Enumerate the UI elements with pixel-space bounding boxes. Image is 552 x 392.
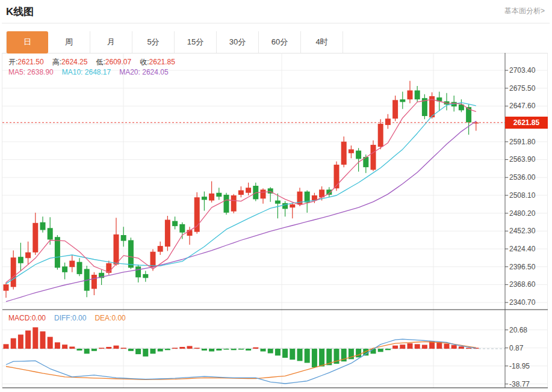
price-axis-label: 2591.80 xyxy=(509,138,545,146)
ma20-label: MA20: xyxy=(119,68,140,76)
price-axis-label: 2340.70 xyxy=(509,298,545,307)
price-axis-label: 2536.00 xyxy=(509,173,545,182)
macd-axis-label: 20.68 xyxy=(509,326,545,334)
price-axis-label: 2563.90 xyxy=(509,155,545,164)
dea-label: DEA: xyxy=(95,314,111,322)
ohlc-info-row: 开:2621.50 高:2624.25 低:2609.07 收:2621.85 xyxy=(8,57,175,67)
tab-60分[interactable]: 60分 xyxy=(259,31,301,53)
close-value: 2621.85 xyxy=(149,58,175,66)
current-price-badge: 2621.85 xyxy=(505,117,548,129)
ma5-label: MA5: xyxy=(8,68,25,76)
tab-日[interactable]: 日 xyxy=(6,31,48,54)
macd-label: MACD: xyxy=(8,314,32,322)
ma-info-row: MA5: 2638.90 MA10: 2648.17 MA20: 2624.05 xyxy=(8,68,169,76)
ma20-value: 2624.05 xyxy=(142,68,168,76)
macd-axis-label: -38.77 xyxy=(509,380,545,388)
ma10-value: 2648.17 xyxy=(85,68,111,76)
ma10-label: MA10: xyxy=(62,68,83,76)
price-axis-label: 2480.20 xyxy=(509,209,545,218)
tab-30分[interactable]: 30分 xyxy=(217,31,259,53)
price-axis-label: 2508.10 xyxy=(509,191,545,200)
diff-label: DIFF: xyxy=(54,314,72,322)
price-axis-label: 2424.40 xyxy=(509,245,545,253)
ma5-value: 2638.90 xyxy=(27,68,53,76)
open-label: 开: xyxy=(8,58,17,66)
timeframe-tab-bar: 日周月5分15分30分60分4时 xyxy=(6,31,343,53)
tab-周[interactable]: 周 xyxy=(48,31,90,53)
price-axis-label: 2703.40 xyxy=(509,66,545,75)
macd-axis-label: 0.87 xyxy=(509,344,545,352)
macd-legend-row: MACD:0.00 DIFF:0.00 DEA:0.00 xyxy=(8,314,126,322)
open-value: 2621.50 xyxy=(17,58,43,66)
diff-value: 0.00 xyxy=(72,314,86,322)
price-axis-label: 2368.60 xyxy=(509,280,545,289)
price-axis-label: 2647.60 xyxy=(509,102,545,110)
macd-axis-label: -18.95 xyxy=(509,362,545,370)
dea-value: 0.00 xyxy=(111,314,125,322)
low-value: 2609.07 xyxy=(105,58,131,66)
price-axis-label: 2675.50 xyxy=(509,84,545,93)
close-label: 收: xyxy=(140,58,149,66)
price-axis-label: 2396.50 xyxy=(509,263,545,271)
tab-4时[interactable]: 4时 xyxy=(301,31,343,53)
price-axis-label: 2452.30 xyxy=(509,227,545,235)
high-value: 2624.25 xyxy=(61,58,87,66)
tab-5分[interactable]: 5分 xyxy=(132,31,175,53)
low-label: 低: xyxy=(96,58,105,66)
tab-月[interactable]: 月 xyxy=(90,31,132,53)
kline-widget: K线图 基本面分析> 日周月5分15分30分60分4时 2703.402675.… xyxy=(0,0,552,392)
macd-value: 0.00 xyxy=(32,314,46,322)
tab-15分[interactable]: 15分 xyxy=(175,31,217,53)
high-label: 高: xyxy=(52,58,61,66)
